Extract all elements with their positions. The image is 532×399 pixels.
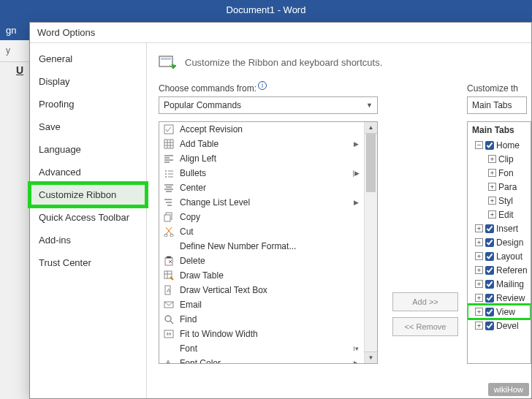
tree-node-group[interactable]: +Clip	[468, 152, 531, 166]
expand-icon[interactable]: +	[488, 169, 496, 177]
tree-node-referen[interactable]: +Referen	[468, 263, 531, 277]
tree-label: Review	[496, 293, 525, 303]
expand-icon[interactable]: +	[488, 155, 496, 163]
tab-checkbox[interactable]	[485, 294, 494, 303]
scroll-up-arrow[interactable]: ▲	[365, 122, 377, 134]
customize-ribbon-label: Customize th	[467, 83, 518, 94]
category-save[interactable]: Save	[30, 115, 146, 138]
tree-node-review[interactable]: +Review	[468, 291, 531, 305]
tree-node-insert[interactable]: +Insert	[468, 221, 531, 235]
svg-rect-3	[164, 140, 173, 148]
command-item[interactable]: ADraw Vertical Text Box	[159, 283, 364, 297]
ribbon-tabs-tree[interactable]: Main Tabs−Home+Clip+Fon+Para+Styl+Edit+I…	[467, 121, 531, 364]
delete-icon	[162, 255, 175, 267]
tree-node-layout[interactable]: +Layout	[468, 249, 531, 263]
category-display[interactable]: Display	[30, 70, 146, 93]
tab-checkbox[interactable]	[485, 252, 494, 261]
tab-checkbox[interactable]	[485, 224, 494, 233]
remove-button[interactable]: << Remove	[392, 317, 458, 336]
commands-scrollbar[interactable]: ▲ ▼	[364, 122, 377, 363]
commands-listbox[interactable]: Accept RevisionAdd Table▶Align LeftBulle…	[159, 121, 378, 364]
category-quick-access-toolbar[interactable]: Quick Access Toolbar	[30, 206, 146, 229]
command-label: Center	[180, 183, 351, 193]
tab-checkbox[interactable]	[485, 280, 494, 289]
command-item[interactable]: Bullets|▶	[159, 166, 364, 180]
dialog-titlebar: Word Options	[30, 23, 531, 43]
tree-node-home[interactable]: −Home	[468, 138, 531, 152]
add-button[interactable]: Add >>	[392, 292, 458, 311]
tab-checkbox[interactable]	[485, 238, 494, 247]
customize-ribbon-icon	[159, 53, 179, 71]
choose-commands-value: Popular Commands	[164, 100, 241, 110]
tree-node-view[interactable]: +View	[468, 305, 531, 319]
center-icon	[162, 182, 175, 194]
command-item[interactable]: Define New Number Format...	[159, 239, 364, 254]
command-item[interactable]: FontI▾	[159, 341, 364, 356]
tab-checkbox[interactable]	[485, 266, 494, 275]
tree-node-devel[interactable]: +Devel	[468, 319, 531, 332]
tree-node-group[interactable]: +Edit	[468, 208, 531, 221]
command-item[interactable]: Find	[159, 312, 364, 327]
command-item[interactable]: Add Table▶	[159, 137, 364, 151]
expand-icon[interactable]: +	[488, 210, 496, 218]
tree-label: Edit	[498, 210, 514, 220]
expand-icon[interactable]: +	[488, 183, 496, 191]
category-trust-center[interactable]: Trust Center	[30, 251, 146, 274]
command-item[interactable]: Accept Revision	[159, 122, 364, 137]
scroll-down-arrow[interactable]: ▼	[365, 352, 377, 363]
command-item[interactable]: Copy	[159, 210, 364, 224]
submenu-indicator: ▶	[351, 199, 361, 206]
category-add-ins[interactable]: Add-ins	[30, 229, 146, 251]
tree-node-group[interactable]: +Styl	[468, 194, 531, 208]
collapse-icon[interactable]: −	[475, 141, 483, 149]
fit-icon	[162, 328, 175, 340]
command-item[interactable]: Center	[159, 180, 364, 195]
tree-label: Clip	[498, 154, 514, 164]
choose-commands-dropdown[interactable]: Popular Commands ▼	[159, 96, 378, 114]
command-label: Bullets	[180, 168, 351, 178]
expand-icon[interactable]: +	[475, 266, 483, 274]
command-item[interactable]: AFont Color▶	[159, 356, 364, 363]
tab-checkbox[interactable]	[485, 308, 494, 316]
tab-checkbox[interactable]	[485, 322, 494, 330]
tab-checkbox[interactable]	[485, 141, 494, 150]
svg-text:A: A	[167, 287, 171, 294]
category-general[interactable]: General	[30, 48, 146, 70]
customize-ribbon-dropdown[interactable]: Main Tabs	[467, 96, 527, 114]
tree-label: Home	[496, 140, 520, 151]
find-icon	[162, 314, 175, 325]
textbox-icon: A	[162, 284, 175, 296]
category-customize-ribbon[interactable]: Customize Ribbon	[30, 183, 146, 206]
expand-icon[interactable]: +	[475, 252, 483, 260]
submenu-indicator: ▶	[351, 140, 361, 148]
app-title: Document1 - Word	[227, 4, 306, 15]
tree-label: Design	[496, 238, 523, 248]
command-item[interactable]: Align Left	[159, 151, 364, 166]
category-language[interactable]: Language	[30, 138, 146, 161]
blank-icon	[162, 343, 175, 354]
expand-icon[interactable]: +	[475, 294, 483, 302]
underline-indicator: U	[16, 64, 23, 76]
category-advanced[interactable]: Advanced	[30, 161, 146, 183]
expand-icon[interactable]: +	[475, 280, 483, 288]
command-item[interactable]: Delete	[159, 254, 364, 268]
expand-icon[interactable]: +	[475, 224, 483, 232]
command-item[interactable]: Change List Level▶	[159, 195, 364, 210]
tree-node-mailing[interactable]: +Mailing	[468, 277, 531, 291]
expand-icon[interactable]: +	[475, 238, 483, 246]
scroll-thumb[interactable]	[366, 134, 376, 192]
svg-point-4	[165, 170, 167, 172]
command-item[interactable]: Cut	[159, 224, 364, 239]
expand-icon[interactable]: +	[475, 308, 483, 316]
expand-icon[interactable]: +	[488, 197, 496, 205]
command-item[interactable]: Email	[159, 297, 364, 312]
tree-node-group[interactable]: +Para	[468, 180, 531, 194]
expand-icon[interactable]: +	[475, 322, 483, 330]
command-item[interactable]: Fit to Window Width	[159, 327, 364, 341]
info-icon[interactable]: i	[258, 81, 267, 90]
tree-node-group[interactable]: +Fon	[468, 166, 531, 180]
tree-node-design[interactable]: +Design	[468, 235, 531, 249]
command-item[interactable]: Draw Table	[159, 268, 364, 283]
blank-icon	[162, 240, 175, 252]
category-proofing[interactable]: Proofing	[30, 93, 146, 115]
